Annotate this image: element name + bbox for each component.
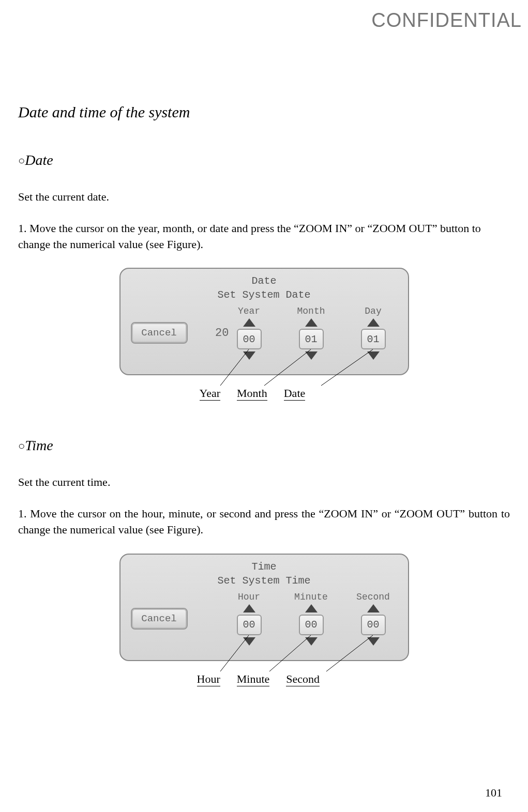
hour-value[interactable]: 00 xyxy=(237,615,262,635)
day-value[interactable]: 01 xyxy=(361,329,386,349)
month-label: Month xyxy=(297,306,325,316)
date-callouts: Year Month Date xyxy=(119,375,409,406)
minute-stepper: Minute 00 xyxy=(293,592,329,646)
second-stepper: Second 00 xyxy=(355,592,391,646)
second-value[interactable]: 00 xyxy=(361,615,386,635)
figure-date: Date Set System Date Cancel 20 Year 00 M… xyxy=(18,268,510,406)
date-intro: Set the current date. xyxy=(18,189,510,205)
callout-minute: Minute xyxy=(237,672,270,686)
year-up-icon[interactable] xyxy=(243,318,255,327)
date-panel-title: Date xyxy=(131,275,398,287)
year-value[interactable]: 00 xyxy=(237,329,262,349)
minute-value[interactable]: 00 xyxy=(299,615,324,635)
time-step: 1. Move the cursor on the hour, minute, … xyxy=(18,506,510,538)
cancel-button[interactable]: Cancel xyxy=(131,608,188,630)
hour-label: Hour xyxy=(238,592,260,602)
day-stepper: Day 01 xyxy=(355,306,391,360)
figure-time: Time Set System Time Cancel Hour 00 Minu… xyxy=(18,554,510,692)
page-title: Date and time of the system xyxy=(18,103,510,121)
time-panel-subtitle: Set System Time xyxy=(131,575,398,587)
callout-date: Date xyxy=(284,387,306,401)
time-panel-title: Time xyxy=(131,561,398,573)
date-panel-subtitle: Set System Date xyxy=(131,289,398,301)
callout-year: Year xyxy=(200,387,221,401)
minute-label: Minute xyxy=(294,592,328,602)
confidential-watermark: CONFIDENTIAL xyxy=(371,9,522,32)
time-callouts: Hour Minute Second xyxy=(119,661,409,692)
year-stepper: Year 00 xyxy=(231,306,267,360)
month-stepper: Month 01 xyxy=(293,306,329,360)
callout-second: Second xyxy=(286,672,320,686)
day-up-icon[interactable] xyxy=(367,318,380,327)
minute-up-icon[interactable] xyxy=(305,604,318,612)
minute-down-icon[interactable] xyxy=(305,637,318,646)
heading-date-text: Date xyxy=(25,152,53,168)
callout-hour: Hour xyxy=(197,672,220,686)
time-intro: Set the current time. xyxy=(18,474,510,491)
month-up-icon[interactable] xyxy=(305,318,318,327)
second-label: Second xyxy=(356,592,390,602)
heading-time: ○Time xyxy=(18,437,510,454)
date-step: 1. Move the cursor on the year, month, o… xyxy=(18,221,510,253)
page-number: 101 xyxy=(485,786,502,800)
year-down-icon[interactable] xyxy=(243,351,255,360)
day-label: Day xyxy=(365,306,381,316)
month-down-icon[interactable] xyxy=(305,351,318,360)
day-down-icon[interactable] xyxy=(367,351,380,360)
heading-time-text: Time xyxy=(25,437,53,453)
callout-month: Month xyxy=(237,387,267,401)
hour-up-icon[interactable] xyxy=(243,604,255,612)
second-up-icon[interactable] xyxy=(367,604,380,612)
date-panel: Date Set System Date Cancel 20 Year 00 M… xyxy=(119,268,409,375)
hour-stepper: Hour 00 xyxy=(231,592,267,646)
year-label: Year xyxy=(238,306,260,316)
cancel-button[interactable]: Cancel xyxy=(131,322,188,344)
time-panel: Time Set System Time Cancel Hour 00 Minu… xyxy=(119,554,409,661)
month-value[interactable]: 01 xyxy=(299,329,324,349)
hour-down-icon[interactable] xyxy=(243,637,255,646)
second-down-icon[interactable] xyxy=(367,637,380,646)
year-prefix: 20 xyxy=(208,327,229,340)
heading-date: ○Date xyxy=(18,152,510,168)
